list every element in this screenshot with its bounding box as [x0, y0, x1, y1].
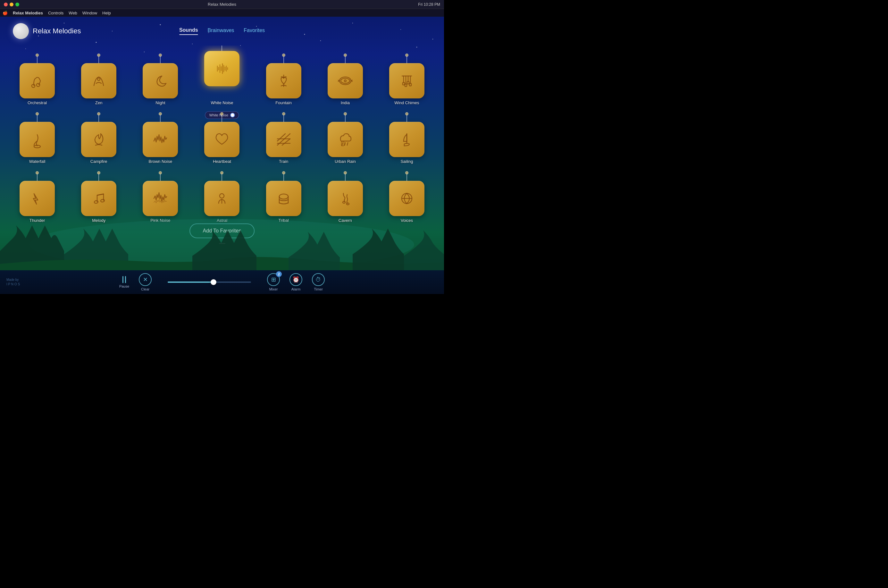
sound-label-voices: Voices	[401, 218, 413, 223]
app-header: Relax Melodies Sounds Brainwaves Favorit…	[0, 23, 444, 39]
sound-label-train: Train	[279, 159, 288, 164]
progress-container[interactable]	[168, 282, 251, 283]
sound-tile-waterfall[interactable]	[20, 122, 55, 157]
svg-line-46	[277, 134, 285, 141]
sound-tile-night[interactable]	[142, 63, 178, 98]
menu-relax-melodies[interactable]: Relax Melodies	[13, 10, 43, 15]
sound-item-voices[interactable]: Voices	[376, 166, 438, 225]
svg-point-12	[96, 42, 97, 43]
progress-thumb[interactable]	[211, 279, 216, 285]
mixer-button[interactable]: ⊞ 2 Mixer	[267, 273, 280, 291]
sound-item-campfire[interactable]: Campfire	[68, 108, 129, 167]
svg-point-17	[192, 44, 193, 44]
mixer-icon-container: ⊞ 2	[267, 273, 280, 286]
sound-item-wind-chimes[interactable]: Wind Chimes	[376, 49, 438, 108]
page-dot-active[interactable]	[219, 243, 225, 244]
sound-label-waterfall: Waterfall	[29, 159, 45, 164]
sound-tile-zen[interactable]	[81, 63, 116, 98]
sound-item-white-noise[interactable]: White Noise White Noise	[191, 49, 253, 108]
sound-item-cavern[interactable]: Cavern	[315, 166, 376, 225]
svg-line-51	[347, 142, 348, 145]
traffic-lights	[4, 3, 19, 6]
sound-item-brown-noise[interactable]: Brown Noise	[129, 108, 191, 167]
sound-tile-orchestral[interactable]	[20, 63, 55, 98]
clear-label: Clear	[141, 287, 149, 291]
tab-sounds[interactable]: Sounds	[179, 27, 198, 35]
sound-item-thunder[interactable]: Thunder	[6, 166, 68, 225]
timer-button[interactable]: ⏱ Timer	[312, 273, 325, 291]
svg-point-61	[343, 201, 345, 203]
sound-label-fountain: Fountain	[275, 100, 292, 105]
maximize-button[interactable]	[15, 3, 19, 6]
sound-item-astral[interactable]: Astral	[191, 166, 253, 225]
sound-item-orchestral[interactable]: Orchestral	[6, 49, 68, 108]
menu-web[interactable]: Web	[69, 10, 77, 15]
svg-point-32	[341, 78, 350, 83]
sound-tile-fountain[interactable]	[266, 63, 302, 98]
sound-item-sailing[interactable]: Sailing	[376, 108, 438, 167]
sound-item-zen[interactable]: Zen	[68, 49, 129, 108]
sound-tile-india[interactable]	[328, 63, 363, 98]
sound-tile-brown-noise[interactable]	[142, 122, 178, 157]
sound-tile-train[interactable]	[266, 122, 302, 157]
sound-tile-heartbeat[interactable]	[204, 122, 240, 157]
menu-controls[interactable]: Controls	[48, 10, 63, 15]
sound-tile-pink-noise[interactable]	[142, 181, 178, 216]
app-container: Relax Melodies Sounds Brainwaves Favorit…	[0, 16, 444, 270]
apple-menu[interactable]: 🍎	[3, 10, 8, 15]
sound-label-astral: Astral	[217, 218, 227, 223]
pause-button[interactable]: Pause	[119, 276, 129, 288]
menu-help[interactable]: Help	[102, 10, 111, 15]
svg-point-19	[36, 83, 40, 87]
sound-item-fountain[interactable]: Fountain	[253, 49, 315, 108]
progress-bar[interactable]	[168, 282, 251, 283]
add-to-favorites-button[interactable]: Add To Favorites	[189, 224, 255, 238]
pause-label: Pause	[119, 284, 129, 288]
pause-bar-left	[123, 276, 123, 283]
sound-item-pink-noise[interactable]: Pink Noise	[129, 166, 191, 225]
time-display: Fri 10:28 PM	[418, 2, 440, 7]
pause-bar-right	[125, 276, 126, 283]
sound-tile-astral[interactable]	[204, 181, 240, 216]
window-title: Relax Melodies	[208, 2, 236, 7]
sound-label-zen: Zen	[95, 100, 102, 105]
sound-item-urban-rain[interactable]: Urban Rain	[315, 108, 376, 167]
sound-item-tribal[interactable]: Tribal	[253, 166, 315, 225]
minimize-button[interactable]	[10, 3, 14, 6]
sound-tile-tribal[interactable]	[266, 181, 302, 216]
close-button[interactable]	[4, 3, 8, 6]
svg-rect-39	[403, 82, 405, 85]
sound-item-train[interactable]: Train	[253, 108, 315, 167]
sound-tile-sailing[interactable]	[389, 122, 424, 157]
menu-window[interactable]: Window	[82, 10, 97, 15]
sound-label-thunder: Thunder	[30, 218, 45, 223]
sound-item-melody[interactable]: Melody	[68, 166, 129, 225]
sound-item-night[interactable]: Night	[129, 49, 191, 108]
nav-tabs: Sounds Brainwaves Favorites	[179, 27, 265, 35]
sound-item-india[interactable]: India	[315, 49, 376, 108]
alarm-button[interactable]: ⏰ Alarm	[290, 273, 302, 291]
sound-label-orchestral: Orchestral	[28, 100, 47, 105]
svg-rect-41	[407, 81, 409, 84]
sound-tile-urban-rain[interactable]	[328, 122, 363, 157]
sound-item-waterfall[interactable]: Waterfall	[6, 108, 68, 167]
alarm-icon: ⏰	[290, 273, 302, 286]
sound-item-heartbeat[interactable]: Heartbeat	[191, 108, 253, 167]
sound-tile-voices[interactable]	[389, 181, 424, 216]
tab-brainwaves[interactable]: Brainwaves	[208, 28, 234, 34]
sound-tile-cavern[interactable]	[328, 181, 363, 216]
sound-label-sailing: Sailing	[400, 159, 413, 164]
sound-tile-white-noise[interactable]	[204, 51, 240, 86]
clear-button[interactable]: ✕ Clear	[139, 273, 152, 291]
tab-favorites[interactable]: Favorites	[244, 28, 265, 34]
sound-tile-wind-chimes[interactable]	[389, 63, 424, 98]
page-dots	[219, 243, 225, 244]
progress-fill	[168, 282, 213, 283]
alarm-label: Alarm	[291, 287, 301, 291]
made-by-line2: I P N O S	[6, 282, 20, 286]
sound-tile-melody[interactable]	[81, 181, 116, 216]
pause-icon	[123, 276, 126, 283]
sound-tile-campfire[interactable]	[81, 122, 116, 157]
made-by-line1: Made by	[6, 278, 20, 282]
sound-tile-thunder[interactable]	[20, 181, 55, 216]
